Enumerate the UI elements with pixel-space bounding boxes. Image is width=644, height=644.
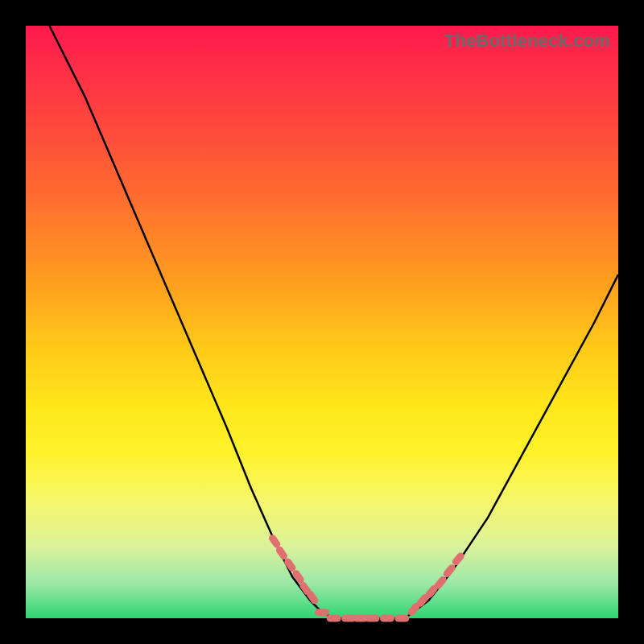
plot-area: TheBottleneck.com <box>26 26 618 618</box>
bottleneck-curve-right <box>405 275 618 618</box>
data-marker <box>394 615 409 622</box>
marker-group <box>267 533 465 621</box>
data-marker <box>327 615 341 622</box>
data-marker <box>365 615 380 622</box>
curve-group <box>49 26 618 618</box>
data-marker <box>380 615 394 622</box>
chart-frame: TheBottleneck.com <box>0 0 644 644</box>
data-marker <box>315 609 329 616</box>
bottleneck-curve-left <box>49 26 333 618</box>
data-marker <box>442 563 456 579</box>
chart-svg <box>26 26 618 618</box>
